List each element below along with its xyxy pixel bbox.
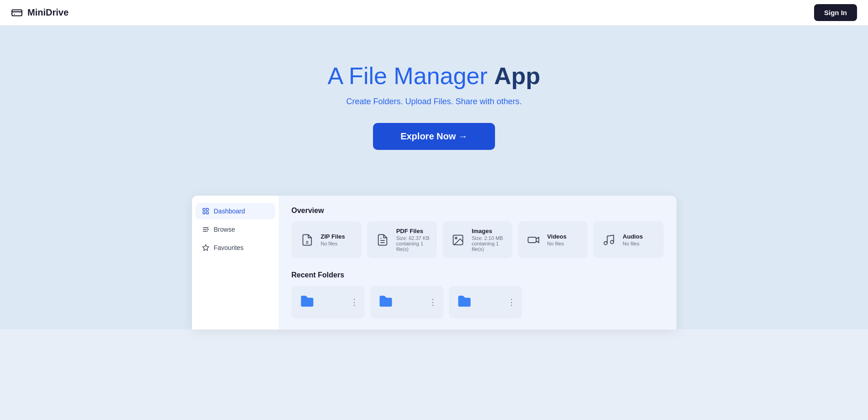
pdf-subtitle: Size: 62.37 KB containing 1 file(s) [396,235,430,252]
zip-subtitle: No files [321,241,345,246]
hero-title: A File Manager App [0,62,868,90]
hero-section: A File Manager App Create Folders. Uploa… [0,26,868,177]
pdf-title: PDF Files [396,228,430,234]
zip-title: ZIP Files [321,233,345,240]
audios-info: Audios No files [623,233,643,246]
sidebar-item-favourites[interactable]: Favourites [196,239,275,256]
folder-card-2[interactable]: ⋮ [370,286,443,319]
pdf-info: PDF Files Size: 62.37 KB containing 1 fi… [396,228,430,252]
images-info: Images Size: 2.10 MB containing 1 file(s… [472,228,505,252]
audio-icon [601,232,617,248]
audios-subtitle: No files [623,241,643,246]
browse-icon [202,226,209,233]
audios-title: Audios [623,233,643,240]
overview-title: Overview [292,207,664,215]
recent-folders-section: Recent Folders ⋮ [292,271,664,319]
brand: MiniDrive [11,7,69,19]
navbar: MiniDrive Sign In [0,0,868,26]
overview-card-images[interactable]: Images Size: 2.10 MB containing 1 file(s… [442,221,512,258]
svg-marker-9 [202,245,208,250]
sidebar-label-browse: Browse [214,226,235,233]
app-preview: Dashboard Browse Favourites [0,177,868,330]
recent-folders-title: Recent Folders [292,271,664,279]
overview-card-zip[interactable]: ZIP Files No files [292,221,362,258]
main-content: Overview [279,196,676,330]
videos-title: Videos [547,233,566,240]
folder-card-1[interactable]: ⋮ [292,286,365,319]
zip-info: ZIP Files No files [321,233,345,246]
folder-icon-1 [298,293,316,311]
overview-section: Overview [292,207,664,258]
explore-now-button[interactable]: Explore Now → [373,123,495,150]
brand-name: MiniDrive [27,7,69,18]
overview-card-videos[interactable]: Videos No files [518,221,588,258]
folder-cards: ⋮ ⋮ [292,286,664,319]
star-icon [202,244,209,251]
app-window: Dashboard Browse Favourites [192,196,676,330]
videos-subtitle: No files [547,241,566,246]
folder-card-3[interactable]: ⋮ [449,286,522,319]
dashboard-icon [202,207,209,215]
svg-rect-18 [528,237,536,243]
hero-title-part1: A File Manager [328,63,494,89]
hero-title-part2: App [494,63,540,89]
overview-cards: ZIP Files No files [292,221,664,258]
svg-point-19 [604,241,607,245]
overview-card-audios[interactable]: Audios No files [593,221,663,258]
folder-icon-3 [455,293,474,311]
folder-icon-2 [377,293,395,311]
videos-info: Videos No files [547,233,566,246]
folder-more-icon-2[interactable]: ⋮ [429,297,437,307]
images-subtitle: Size: 2.10 MB containing 1 file(s) [472,235,505,252]
drive-icon [11,7,23,19]
sidebar-item-browse[interactable]: Browse [196,221,275,238]
folder-more-icon-3[interactable]: ⋮ [507,297,516,307]
sidebar-label-dashboard: Dashboard [214,207,245,215]
svg-point-20 [611,240,614,244]
image-icon [450,232,466,248]
pdf-icon [374,232,391,248]
svg-point-1 [14,14,15,15]
svg-rect-2 [203,208,205,211]
sidebar-item-dashboard[interactable]: Dashboard [196,203,275,219]
svg-rect-5 [206,212,208,214]
svg-rect-0 [12,10,22,16]
svg-rect-4 [203,212,205,214]
sidebar-label-favourites: Favourites [214,244,244,251]
hero-subtitle: Create Folders. Upload Files. Share with… [0,97,868,106]
sidebar: Dashboard Browse Favourites [192,196,279,330]
svg-rect-3 [206,208,208,211]
video-icon [525,232,542,248]
overview-card-pdf[interactable]: PDF Files Size: 62.37 KB containing 1 fi… [367,221,437,258]
folder-more-icon-1[interactable]: ⋮ [350,297,358,307]
svg-point-17 [455,237,457,239]
signin-button[interactable]: Sign In [814,4,857,21]
images-title: Images [472,228,505,234]
zip-icon [299,232,315,248]
